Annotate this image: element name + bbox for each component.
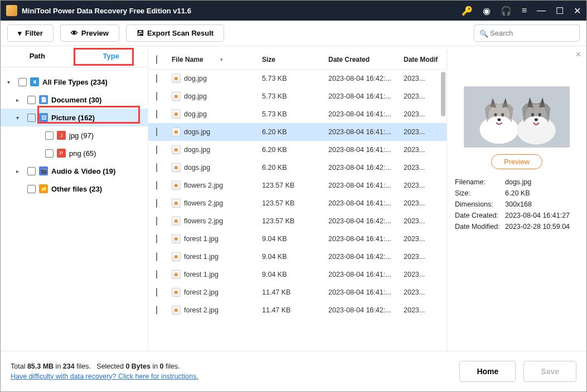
close-preview-icon[interactable]: × xyxy=(576,50,581,60)
file-date-modified: 2023... xyxy=(404,288,443,296)
file-date-modified: 2023... xyxy=(404,92,443,100)
table-row[interactable]: ▣flowers 2.jpg123.57 KB2023-08-04 16:42:… xyxy=(148,212,447,230)
row-checkbox[interactable] xyxy=(156,199,157,208)
key-icon[interactable]: 🔑 xyxy=(462,6,473,16)
export-button[interactable]: 🖫Export Scan Result xyxy=(126,24,224,42)
tree-all-file-types[interactable]: ▾ 🖥 All File Types (234) xyxy=(1,73,148,91)
table-row[interactable]: ▣dog.jpg5.73 KB2023-08-04 16:41:...2023.… xyxy=(148,105,447,123)
row-checkbox[interactable] xyxy=(156,145,157,154)
row-checkbox[interactable] xyxy=(156,306,157,315)
row-checkbox[interactable] xyxy=(156,74,157,83)
file-date-modified: 2023... xyxy=(404,128,443,136)
table-row[interactable]: ▣forest 2.jpg11.47 KB2023-08-04 16:42:..… xyxy=(148,301,447,319)
select-all-checkbox[interactable] xyxy=(156,55,157,64)
content-area: Path Type ▾ 🖥 All File Types (234) ▸ 📄 D… xyxy=(1,46,586,351)
checkbox[interactable] xyxy=(45,131,54,140)
column-date-created[interactable]: Date Created xyxy=(328,56,404,63)
row-checkbox[interactable] xyxy=(156,252,157,261)
table-row[interactable]: ▣dogs.jpg6.20 KB2023-08-04 16:41:...2023… xyxy=(148,123,447,141)
row-checkbox[interactable] xyxy=(156,217,157,226)
maximize-button[interactable]: ☐ xyxy=(556,6,564,16)
table-row[interactable]: ▣dog.jpg5.73 KB2023-08-04 16:42:...2023.… xyxy=(148,70,447,87)
titlebar: MiniTool Power Data Recovery Free Editio… xyxy=(1,1,586,21)
row-checkbox[interactable] xyxy=(156,128,157,136)
checkbox[interactable] xyxy=(27,167,36,175)
table-row[interactable]: ▣forest 1.jpg9.04 KB2023-08-04 16:42:...… xyxy=(148,248,447,266)
menu-icon[interactable]: ≡ xyxy=(522,6,527,16)
chevron-right-icon[interactable]: ▸ xyxy=(16,168,24,174)
table-row[interactable]: ▣dog.jpg5.73 KB2023-08-04 16:41:...2023.… xyxy=(148,87,447,105)
search-input[interactable] xyxy=(474,24,580,42)
search-container: 🔍 xyxy=(474,24,580,42)
chevron-right-icon[interactable]: ▸ xyxy=(16,97,24,103)
png-icon: P xyxy=(57,149,66,158)
row-checkbox[interactable] xyxy=(156,288,157,297)
file-name: dogs.jpg xyxy=(184,164,210,171)
column-file-name[interactable]: File Name▾ xyxy=(172,56,262,63)
search-icon: 🔍 xyxy=(479,29,488,37)
column-size[interactable]: Size xyxy=(262,56,328,63)
tree-png[interactable]: P png (65) xyxy=(1,144,148,162)
footer: Total 85.3 MB in 234 files. Selected 0 B… xyxy=(1,351,586,391)
file-date-created: 2023-08-04 16:41:... xyxy=(328,92,404,100)
table-row[interactable]: ▣forest 1.jpg9.04 KB2023-08-04 16:41:...… xyxy=(148,266,447,283)
file-size: 9.04 KB xyxy=(262,253,328,261)
sort-indicator-icon: ▾ xyxy=(220,57,223,62)
file-name: dogs.jpg xyxy=(184,128,210,136)
help-link[interactable]: Have difficulty with data recovery? Clic… xyxy=(11,373,198,380)
tree-picture[interactable]: ▾ 🖼 Picture (162) xyxy=(1,109,148,126)
checkbox[interactable] xyxy=(18,78,27,86)
image-file-icon: ▣ xyxy=(172,199,181,208)
file-date-created: 2023-08-04 16:41:... xyxy=(328,110,404,118)
filter-button[interactable]: ▾Filter xyxy=(7,24,54,42)
disc-icon[interactable]: ◉ xyxy=(483,6,491,16)
row-checkbox[interactable] xyxy=(156,234,157,243)
row-checkbox[interactable] xyxy=(156,270,157,279)
tab-type[interactable]: Type xyxy=(75,46,148,67)
file-date-created: 2023-08-04 16:41:... xyxy=(328,199,404,207)
headphones-icon[interactable]: 🎧 xyxy=(501,6,512,16)
table-row[interactable]: ▣flowers 2.jpg123.57 KB2023-08-04 16:41:… xyxy=(148,194,447,212)
file-date-created: 2023-08-04 16:42:... xyxy=(328,164,404,171)
minimize-button[interactable]: — xyxy=(537,6,546,16)
svg-rect-0 xyxy=(464,87,570,146)
preview-action-button[interactable]: Preview xyxy=(491,154,542,169)
table-row[interactable]: ▣forest 2.jpg11.47 KB2023-08-04 16:41:..… xyxy=(148,283,447,301)
row-checkbox[interactable] xyxy=(156,181,157,190)
checkbox[interactable] xyxy=(45,149,54,158)
row-checkbox[interactable] xyxy=(156,92,157,101)
toolbar: ▾Filter 👁Preview 🖫Export Scan Result 🔍 xyxy=(1,21,586,46)
scrollbar[interactable] xyxy=(441,72,445,116)
row-checkbox[interactable] xyxy=(156,163,157,172)
checkbox[interactable] xyxy=(27,114,36,122)
file-date-modified: 2023... xyxy=(404,199,443,207)
table-row[interactable]: ▣dogs.jpg6.20 KB2023-08-04 16:42:...2023… xyxy=(148,159,447,177)
row-checkbox[interactable] xyxy=(156,110,157,119)
file-date-created: 2023-08-04 16:42:... xyxy=(328,75,404,82)
checkbox[interactable] xyxy=(27,185,36,193)
file-name: forest 2.jpg xyxy=(184,306,219,314)
close-button[interactable]: ✕ xyxy=(574,6,581,16)
file-type-tree: ▾ 🖥 All File Types (234) ▸ 📄 Document (3… xyxy=(1,67,148,203)
tree-audio-video[interactable]: ▸ 🎬 Audio & Video (19) xyxy=(1,162,148,180)
column-date-modified[interactable]: Date Modif xyxy=(404,56,443,63)
image-file-icon: ▣ xyxy=(172,110,181,119)
tree-document[interactable]: ▸ 📄 Document (30) xyxy=(1,91,148,109)
file-size: 123.57 KB xyxy=(262,199,328,207)
checkbox[interactable] xyxy=(27,96,36,104)
tree-other-files[interactable]: 📁 Other files (23) xyxy=(1,180,148,198)
tree-jpg[interactable]: J jpg (97) xyxy=(1,126,148,144)
table-row[interactable]: ▣flowers 2.jpg123.57 KB2023-08-04 16:41:… xyxy=(148,177,447,194)
meta-created-value: 2023-08-04 16:41:27 xyxy=(505,212,570,219)
tab-path[interactable]: Path xyxy=(1,46,75,67)
file-date-modified: 2023... xyxy=(404,271,443,278)
chevron-down-icon[interactable]: ▾ xyxy=(16,115,24,121)
save-button[interactable]: Save xyxy=(523,361,576,382)
document-icon: 📄 xyxy=(39,95,48,104)
home-button[interactable]: Home xyxy=(459,361,516,382)
table-row[interactable]: ▣forest 1.jpg9.04 KB2023-08-04 16:41:...… xyxy=(148,230,447,248)
chevron-down-icon[interactable]: ▾ xyxy=(7,79,15,85)
table-row[interactable]: ▣dogs.jpg6.20 KB2023-08-04 16:41:...2023… xyxy=(148,141,447,159)
file-size: 9.04 KB xyxy=(262,271,328,278)
preview-button[interactable]: 👁Preview xyxy=(60,24,119,42)
